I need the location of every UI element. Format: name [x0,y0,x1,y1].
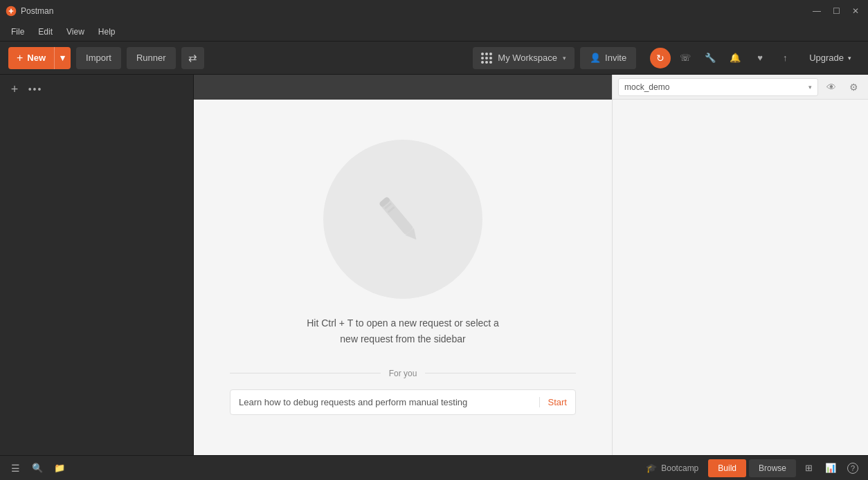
upload-button[interactable]: ↑ [775,48,795,68]
workspace-selector[interactable]: My Workspace ▾ [473,47,575,69]
window-controls: — ☐ ✕ [810,6,862,16]
menu-edit[interactable]: Edit [33,26,58,38]
heart-icon: ♥ [757,53,763,63]
sync-button[interactable]: ↻ [650,48,671,68]
for-you-item: Learn how to debug requests and perform … [230,389,576,415]
layout-button[interactable]: ⊞ [799,459,818,478]
intercept-button[interactable]: ⇄ [181,47,204,69]
upload-icon: ↑ [783,53,788,63]
graph-icon: 📊 [825,463,836,473]
settings-button[interactable]: ⚙ [844,78,862,96]
help-icon: ? [847,463,858,474]
bottom-left: ☰ 🔍 📁 [6,459,69,478]
wrench-icon: 🔧 [705,53,716,63]
new-button[interactable]: + New ▾ [8,47,71,69]
collection-button[interactable]: 📁 [50,459,69,478]
invite-icon: 👤 [590,53,601,63]
title-bar: Postman — ☐ ✕ [0,0,868,22]
for-you-label: For you [389,369,417,378]
browse-button[interactable]: Browse [749,459,796,477]
bootcamp-label: Bootcamp [661,463,698,473]
bootcamp-button[interactable]: 🎓 Bootcamp [639,460,705,476]
runner-button[interactable]: Runner [127,47,176,69]
notifications-button[interactable]: 🔔 [725,48,745,68]
new-plus-icon: + [17,52,23,64]
for-you-divider: For you [230,369,576,378]
sidebar-toggle-button[interactable]: ☰ [6,459,25,478]
workspace-chevron-icon: ▾ [563,55,566,62]
intercept-icon-button[interactable]: ☏ [675,48,696,68]
right-panel [612,100,868,455]
search-button[interactable]: 🔍 [28,459,47,478]
toolbar-right: ↻ ☏ 🔧 🔔 ♥ ↑ [650,48,795,68]
app-title: Postman [21,6,53,16]
bootcamp-icon: 🎓 [646,463,657,473]
empty-text: Hit Ctrl + T to open a new request or se… [307,315,499,347]
minimize-button[interactable]: — [810,6,824,16]
menu-file[interactable]: File [6,26,30,38]
upgrade-button[interactable]: Upgrade ▾ [801,47,860,69]
env-name: mock_demo [624,82,669,92]
toolbar: + New ▾ Import Runner ⇄ My Workspace ▾ 👤… [0,41,868,75]
gear-icon: ⚙ [849,82,858,93]
invite-label: Invite [605,53,626,63]
main-area: + ••• mock_demo ▾ 👁 ⚙ [0,75,868,455]
menu-bar: File Edit View Help [0,22,868,41]
empty-icon-circle [323,140,482,299]
bell-icon: 🔔 [730,53,741,63]
heart-button[interactable]: ♥ [750,48,770,68]
env-chevron-icon: ▾ [808,84,812,91]
invite-button[interactable]: 👤 Invite [580,47,636,69]
wrench-button[interactable]: 🔧 [700,48,721,68]
for-you-section: For you Learn how to debug requests and … [230,369,576,415]
upgrade-label: Upgrade [809,53,844,63]
divider-right [425,373,576,373]
import-button[interactable]: Import [76,47,121,69]
environment-selector[interactable]: mock_demo ▾ [618,78,818,96]
help-button[interactable]: ? [843,459,862,478]
postman-logo-icon [6,6,17,17]
sidebar: + ••• [0,75,194,455]
learn-text: Learn how to debug requests and perform … [239,397,531,407]
dots-icon: ••• [28,84,43,95]
workspace-grid-icon [481,53,492,64]
new-label: New [27,53,46,63]
top-strip: mock_demo ▾ 👁 ⚙ [194,75,868,100]
content-tab-bar [194,75,612,100]
build-button[interactable]: Build [708,459,746,477]
menu-view[interactable]: View [61,26,90,38]
sidebar-toggle-icon: ☰ [11,463,20,474]
edit-icon [368,185,437,254]
collection-icon: 📁 [54,463,65,473]
title-left: Postman [6,6,53,17]
search-icon: 🔍 [32,463,43,473]
close-button[interactable]: ✕ [849,6,862,16]
right-panel-toolbar: mock_demo ▾ 👁 ⚙ [612,75,868,100]
sidebar-more-button[interactable]: ••• [26,80,44,98]
layout-icon: ⊞ [805,463,813,473]
new-dropdown-arrow[interactable]: ▾ [54,47,71,69]
upgrade-chevron-icon: ▾ [848,55,851,62]
plus-icon: + [11,82,19,97]
eye-button[interactable]: 👁 [822,78,840,96]
sidebar-add-button[interactable]: + [6,80,24,98]
sidebar-tabs: + ••• [0,75,193,98]
eye-icon: 👁 [826,82,836,93]
new-chevron-icon: ▾ [60,53,65,63]
menu-help[interactable]: Help [93,26,121,38]
start-button[interactable]: Start [539,397,567,407]
divider-left [230,373,381,373]
maximize-button[interactable]: ☐ [829,6,843,16]
empty-state: Hit Ctrl + T to open a new request or se… [194,100,612,455]
workspace-name: My Workspace [498,53,557,63]
bottom-bar: ☰ 🔍 📁 🎓 Bootcamp Build Browse ⊞ 📊 ? [0,455,868,480]
graph-button[interactable]: 📊 [821,459,840,478]
content-row: Hit Ctrl + T to open a new request or se… [194,100,868,455]
center-right-wrapper: mock_demo ▾ 👁 ⚙ [194,75,868,455]
bottom-right: 🎓 Bootcamp Build Browse ⊞ 📊 ? [639,459,862,478]
phone-icon: ☏ [680,53,691,63]
sync-icon: ↻ [656,53,664,64]
